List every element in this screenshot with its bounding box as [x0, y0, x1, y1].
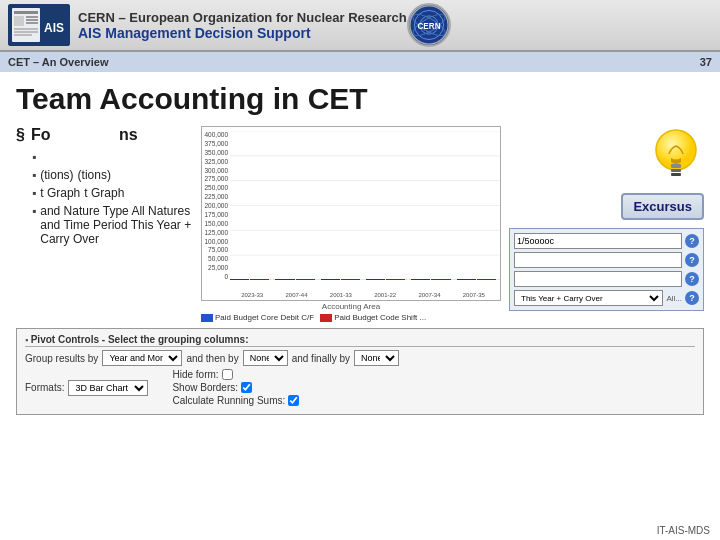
svg-rect-6: [26, 22, 38, 24]
pivot-header-text: Pivot Controls - Select the grouping col…: [31, 334, 249, 345]
y-label-6: 275,000: [205, 175, 229, 182]
svg-rect-8: [14, 31, 38, 33]
bar-6-blue: [457, 279, 476, 280]
bar-4-blue: [366, 279, 385, 280]
bullet-item-3: t Grapht Graph: [32, 186, 193, 200]
help-icon-1[interactable]: ?: [685, 234, 699, 248]
y-axis: 400,000 375,000 350,000 325,000 300,000 …: [202, 131, 230, 280]
bar-group-4: [366, 279, 405, 280]
calc-running-checkbox[interactable]: [288, 395, 299, 406]
svg-rect-3: [14, 16, 24, 26]
ais-logo: AIS: [8, 4, 70, 46]
finally-label: and finally by: [292, 353, 350, 364]
x-label-2: 2007-44: [285, 292, 307, 298]
x-label-5: 2007-34: [418, 292, 440, 298]
content-row: Format optins (tions)(tions) t Grapht Gr…: [16, 126, 704, 322]
y-label-11: 150,000: [205, 220, 229, 227]
svg-rect-26: [671, 169, 681, 172]
bar-group-2: [275, 279, 314, 280]
hide-form-checkbox[interactable]: [222, 369, 233, 380]
legend-box-red: [320, 314, 332, 322]
bar-1-red: [250, 279, 269, 280]
help-icon-3[interactable]: ?: [685, 272, 699, 286]
svg-text:AIS: AIS: [44, 21, 64, 35]
bullet-item-1: [32, 150, 193, 164]
y-label-15: 50,000: [208, 255, 228, 262]
legend-label-blue: Paid Budget Core Debit C/F: [215, 313, 314, 322]
format-select[interactable]: 3D Bar Chart: [68, 380, 148, 396]
svg-rect-2: [14, 11, 38, 14]
calc-running-label: Calculate Running Sums:: [172, 395, 285, 406]
header: AIS CERN – European Organization for Nuc…: [0, 0, 720, 52]
finally-select[interactable]: None: [354, 350, 399, 366]
page-number: 37: [700, 56, 712, 68]
time-period-select[interactable]: This Year + Carry Over: [514, 290, 663, 306]
y-label-9: 200,000: [205, 202, 229, 209]
svg-rect-25: [671, 164, 681, 168]
help-icon-2[interactable]: ?: [685, 253, 699, 267]
show-borders-row: Show Borders:: [172, 382, 299, 393]
y-label-17: 0: [224, 273, 228, 280]
bar-chart: 400,000 375,000 350,000 325,000 300,000 …: [201, 126, 501, 301]
footer: IT-AIS-MDS: [657, 525, 710, 536]
x-label-6: 2007-35: [463, 292, 485, 298]
breadcrumb-bar: CET – An Overview 37: [0, 52, 720, 72]
chart-legend: Paid Budget Core Debit C/F Paid Budget C…: [201, 313, 501, 322]
breadcrumb: CET – An Overview: [8, 56, 108, 68]
y-label-12: 125,000: [205, 229, 229, 236]
filter-line-1: ?: [514, 233, 699, 249]
cally-display: All...: [666, 294, 682, 303]
hide-form-label: Hide form:: [172, 369, 218, 380]
x-label-3: 2001-33: [330, 292, 352, 298]
cern-logo-svg: CERN: [409, 3, 449, 47]
bar-1-blue: [230, 279, 249, 280]
group-by-select[interactable]: Year and Month: [102, 350, 182, 366]
legend-box-blue: [201, 314, 213, 322]
y-label-8: 225,000: [205, 193, 229, 200]
main-bullet: Format optins: [16, 126, 193, 144]
y-label-3: 350,000: [205, 149, 229, 156]
x-label-1: 2023-33: [241, 292, 263, 298]
bar-group-5: [411, 279, 450, 280]
pivot-header: ▪ Pivot Controls - Select the grouping c…: [25, 334, 695, 347]
group-by-label: Group results by: [25, 353, 98, 364]
svg-rect-5: [26, 19, 38, 21]
filter-input-1[interactable]: [514, 233, 682, 249]
filter-input-2[interactable]: [514, 252, 682, 268]
bar-3-red: [341, 279, 360, 280]
legend-label-red: Paid Budget Code Shift ...: [334, 313, 426, 322]
logo-area: AIS CERN – European Organization for Nuc…: [8, 4, 407, 46]
svg-text:CERN: CERN: [417, 22, 440, 31]
bar-group-3: [321, 279, 360, 280]
then-by-label: and then by: [186, 353, 238, 364]
svg-rect-9: [14, 34, 32, 36]
bar-4-red: [386, 279, 405, 280]
show-borders-checkbox[interactable]: [241, 382, 252, 393]
bar-3-blue: [321, 279, 340, 280]
bar-2-blue: [275, 279, 294, 280]
x-label-4: 2001-22: [374, 292, 396, 298]
bars-container: [230, 131, 496, 280]
filter-time-period: This Year + Carry Over All... ?: [514, 290, 699, 306]
then-by-select[interactable]: None: [243, 350, 288, 366]
sub-bullet-list: (tions)(tions) t Grapht Graph and Nature…: [16, 150, 193, 246]
system-title: AIS Management Decision Support: [78, 25, 407, 41]
help-icon-4[interactable]: ?: [685, 291, 699, 305]
filter-input-3[interactable]: [514, 271, 682, 287]
main-bullet-text: Format optins: [31, 126, 138, 144]
format-label: Formats:: [25, 382, 64, 393]
bar-2-red: [296, 279, 315, 280]
bar-5-red: [431, 279, 450, 280]
filter-line-3: ?: [514, 271, 699, 287]
legend-item-blue: Paid Budget Core Debit C/F: [201, 313, 314, 322]
main-content: Team Accounting in CET Format optins (ti…: [0, 72, 720, 425]
bar-6-red: [477, 279, 496, 280]
bar-group-6: [457, 279, 496, 280]
header-text: CERN – European Organization for Nuclear…: [78, 10, 407, 41]
svg-rect-4: [26, 16, 38, 18]
left-panel: Format optins (tions)(tions) t Grapht Gr…: [16, 126, 193, 322]
pivot-group-by-row: Group results by Year and Month and then…: [25, 350, 695, 366]
y-label-2: 375,000: [205, 140, 229, 147]
format-row: Formats: 3D Bar Chart Hide form: Show Bo…: [25, 369, 695, 406]
legend-item-red: Paid Budget Code Shift ...: [320, 313, 426, 322]
